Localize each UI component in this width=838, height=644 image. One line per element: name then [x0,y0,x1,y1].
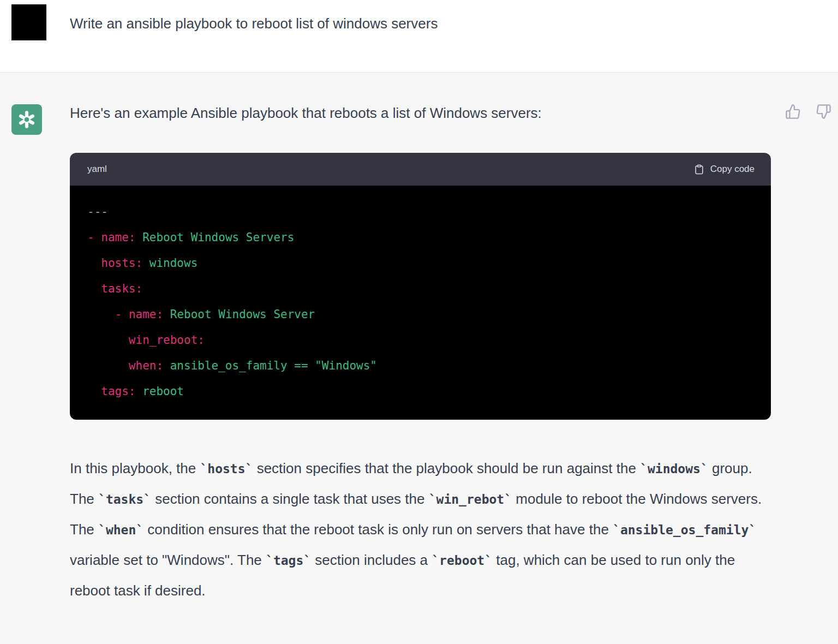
assistant-message-row: Here's an example Ansible playbook that … [0,72,838,644]
code-language-label: yaml [87,164,107,175]
user-avatar [11,4,46,40]
code-block-header: yaml Copy code [70,153,771,186]
thumbs-down-icon [816,104,831,120]
thumbs-up-icon [785,104,801,120]
chat-thread: Write an ansible playbook to reboot list… [0,0,838,644]
assistant-message-gutter [0,73,70,644]
user-message-gutter [0,0,70,72]
assistant-message-body: Here's an example Ansible playbook that … [70,73,838,644]
user-message-row: Write an ansible playbook to reboot list… [0,0,838,72]
thumbs-up-button[interactable] [785,104,801,120]
clipboard-icon [694,164,704,175]
user-message-text: Write an ansible playbook to reboot list… [70,14,773,33]
thumbs-down-button[interactable] [816,104,831,120]
openai-logo-icon [16,109,37,130]
assistant-avatar [11,104,42,135]
copy-code-button[interactable]: Copy code [694,164,755,175]
code-content: ---- name: Reboot Windows Servers hosts:… [70,186,771,420]
user-message-body: Write an ansible playbook to reboot list… [70,0,838,72]
code-block: yaml Copy code ---- name: Reboot Windows… [70,153,771,420]
copy-code-label: Copy code [710,164,755,175]
assistant-explanation: In this playbook, the `hosts` section sp… [70,454,773,606]
feedback-buttons [785,104,831,120]
assistant-intro-text: Here's an example Ansible playbook that … [70,103,773,123]
